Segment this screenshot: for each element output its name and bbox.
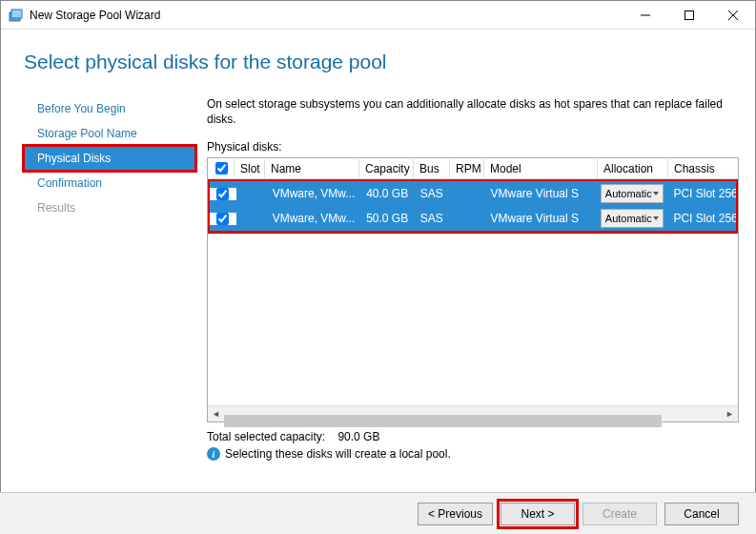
allocation-dropdown[interactable]: Automatic	[601, 209, 664, 228]
titlebar: New Storage Pool Wizard	[1, 1, 755, 30]
nav-before-you-begin[interactable]: Before You Begin	[24, 96, 195, 121]
minimize-button[interactable]	[623, 1, 667, 30]
nav-physical-disks[interactable]: Physical Disks	[24, 146, 195, 171]
allocation-dropdown[interactable]: Automatic	[601, 184, 664, 203]
header-bus[interactable]: Bus	[414, 159, 450, 178]
row-checkbox[interactable]	[216, 188, 229, 200]
info-icon: i	[207, 447, 220, 461]
cell-name: VMware, VMw...	[267, 187, 360, 200]
header-capacity[interactable]: Capacity	[359, 159, 414, 178]
nav-confirmation[interactable]: Confirmation	[24, 171, 195, 195]
nav-results: Results	[24, 195, 195, 220]
cell-bus: SAS	[415, 212, 451, 225]
header-slot[interactable]: Slot	[235, 159, 265, 178]
scrollbar-thumb[interactable]	[224, 415, 662, 427]
next-button[interactable]: Next >	[501, 503, 575, 525]
maximize-button[interactable]	[667, 1, 711, 30]
scroll-left-icon[interactable]: ◄	[208, 406, 224, 422]
cell-bus: SAS	[415, 187, 451, 200]
header-rpm[interactable]: RPM	[450, 159, 484, 178]
cell-capacity: 50.0 GB	[360, 212, 415, 225]
wizard-footer: < Previous Next > Create Cancel	[0, 492, 756, 534]
header-chassis[interactable]: Chassis	[668, 159, 737, 178]
window-title: New Storage Pool Wizard	[30, 9, 160, 22]
physical-disks-grid: Slot Name Capacity Bus RPM Model Allocat…	[207, 157, 739, 422]
grid-header: Slot Name Capacity Bus RPM Model Allocat…	[208, 158, 738, 179]
cell-model: VMware Virtual S	[485, 187, 598, 200]
svg-rect-3	[685, 10, 694, 19]
header-allocation[interactable]: Allocation	[598, 159, 668, 178]
header-name[interactable]: Name	[265, 159, 359, 178]
previous-button[interactable]: < Previous	[418, 503, 493, 525]
svg-rect-1	[11, 10, 22, 18]
physical-disks-label: Physical disks:	[207, 140, 739, 154]
header-model[interactable]: Model	[484, 159, 598, 178]
table-row[interactable]: VMware, VMw... 50.0 GB SAS VMware Virtua…	[210, 206, 736, 231]
intro-text: On select storage subsystems you can add…	[207, 96, 739, 127]
cell-model: VMware Virtual S	[485, 212, 598, 225]
info-message: i Selecting these disks will create a lo…	[207, 447, 739, 461]
row-checkbox[interactable]	[216, 213, 229, 225]
cell-capacity: 40.0 GB	[360, 187, 415, 200]
page-title: Select physical disks for the storage po…	[24, 51, 732, 73]
table-row[interactable]: VMware, VMw... 40.0 GB SAS VMware Virtua…	[210, 181, 736, 206]
cell-name: VMware, VMw...	[267, 212, 360, 225]
create-button: Create	[582, 503, 657, 525]
wizard-icon	[9, 8, 24, 23]
nav-storage-pool-name[interactable]: Storage Pool Name	[24, 121, 195, 146]
cell-chassis: PCI Slot 256	[667, 212, 736, 225]
cell-chassis: PCI Slot 256	[667, 187, 736, 200]
total-capacity: Total selected capacity: 90.0 GB	[207, 430, 739, 443]
close-button[interactable]	[711, 1, 755, 30]
scroll-right-icon[interactable]: ►	[722, 406, 738, 422]
wizard-nav: Before You Begin Storage Pool Name Physi…	[24, 96, 195, 461]
horizontal-scrollbar[interactable]: ◄ ►	[208, 405, 738, 421]
select-all-checkbox[interactable]	[215, 162, 228, 175]
cancel-button[interactable]: Cancel	[664, 503, 739, 525]
